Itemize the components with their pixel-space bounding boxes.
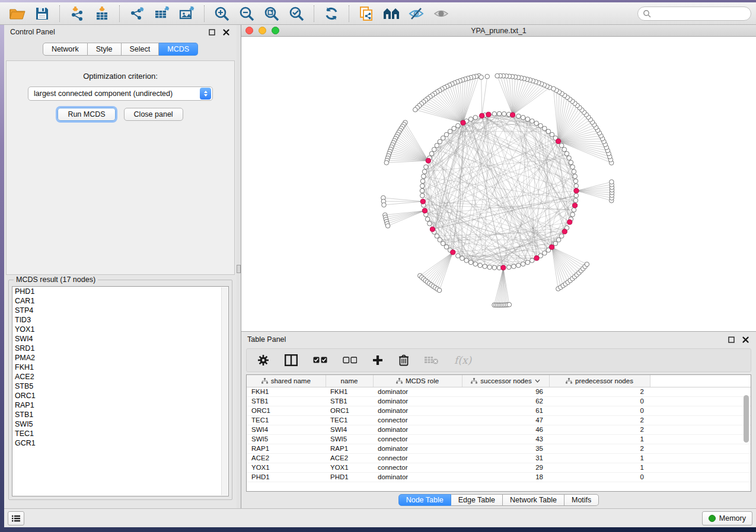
table-cell[interactable]: 47 (462, 415, 549, 425)
delete-column-icon[interactable] (398, 353, 409, 367)
table-cell[interactable]: PHD1 (326, 472, 373, 482)
column-view-icon[interactable] (285, 353, 298, 367)
graph-node[interactable] (420, 184, 425, 188)
graph-node[interactable] (573, 203, 578, 208)
graph-node[interactable] (550, 132, 554, 137)
mcds-result-item[interactable]: PHD1 (12, 287, 228, 296)
graph-node[interactable] (559, 143, 564, 148)
mcds-list-scrollbar[interactable] (221, 287, 228, 495)
table-cell[interactable]: 46 (462, 425, 549, 434)
table-row[interactable]: SWI5SWI5connector431 (247, 434, 751, 444)
export-table-icon[interactable] (153, 5, 171, 22)
graph-node[interactable] (534, 121, 539, 126)
table-cell[interactable]: dominator (373, 472, 462, 482)
graph-node[interactable] (456, 254, 461, 258)
column-header-predecessor-nodes[interactable]: predecessor nodes (549, 375, 650, 387)
graph-node[interactable] (585, 262, 589, 267)
graph-node[interactable] (567, 220, 572, 225)
graph-node[interactable] (420, 188, 425, 193)
table-cell[interactable]: SWI5 (326, 434, 373, 444)
graph-node[interactable] (570, 212, 575, 217)
table-cell[interactable]: 31 (462, 453, 549, 463)
table-cell[interactable]: 96 (462, 387, 549, 396)
graph-node[interactable] (441, 136, 445, 140)
zoom-in-icon[interactable] (213, 5, 231, 22)
graph-node[interactable] (510, 113, 515, 117)
optimization-criterion-select[interactable]: largest connected component (undirected) (28, 86, 213, 101)
table-row[interactable]: ACE2ACE2connector311 (247, 453, 751, 463)
tab-network[interactable]: Network (43, 43, 88, 56)
table-cell[interactable]: ORC1 (247, 406, 326, 415)
float-panel-icon[interactable] (207, 27, 216, 37)
graph-node[interactable] (420, 199, 425, 204)
graph-node[interactable] (479, 75, 484, 80)
graph-node[interactable] (451, 250, 455, 255)
graph-node[interactable] (492, 111, 497, 116)
table-cell[interactable]: dominator (373, 425, 462, 434)
table-cell[interactable]: YOX1 (326, 463, 373, 472)
network-canvas[interactable] (241, 37, 756, 331)
mcds-result-item[interactable]: YOX1 (12, 325, 228, 334)
table-row[interactable]: SWI4SWI4dominator462 (247, 425, 751, 434)
close-panel-button[interactable]: Close panel (124, 108, 183, 121)
table-cell[interactable]: dominator (373, 444, 462, 453)
graph-node[interactable] (574, 193, 579, 198)
graph-node[interactable] (425, 217, 430, 222)
import-table-icon[interactable] (93, 5, 111, 22)
mcds-result-item[interactable]: ORC1 (12, 391, 228, 400)
table-cell[interactable]: connector (373, 453, 462, 463)
graph-node[interactable] (530, 119, 535, 124)
graph-node[interactable] (444, 245, 449, 249)
tab-edge-table[interactable]: Edge Table (451, 494, 503, 506)
graph-node[interactable] (429, 152, 434, 156)
mcds-result-item[interactable]: STB1 (12, 410, 228, 419)
table-row[interactable]: RAP1RAP1dominator352 (247, 444, 751, 453)
graph-node[interactable] (424, 165, 429, 169)
graph-node[interactable] (525, 117, 530, 121)
graph-node[interactable] (432, 148, 436, 152)
mcds-result-item[interactable]: TEC1 (12, 429, 228, 438)
graph-node[interactable] (420, 193, 425, 198)
mcds-result-item[interactable]: STP4 (12, 306, 228, 315)
graph-node[interactable] (495, 73, 500, 78)
zoom-fit-icon[interactable] (263, 5, 280, 22)
graph-node[interactable] (422, 209, 427, 213)
table-cell[interactable]: connector (373, 434, 462, 444)
column-header-name[interactable]: name (326, 375, 373, 387)
table-cell[interactable]: 0 (549, 396, 650, 406)
graph-node[interactable] (473, 116, 478, 120)
graph-node[interactable] (385, 223, 390, 228)
table-row[interactable]: PHD1PHD1dominator180 (247, 472, 751, 482)
graph-node[interactable] (483, 264, 487, 269)
graph-node[interactable] (456, 123, 461, 128)
table-cell[interactable]: 2 (549, 415, 650, 425)
graph-node[interactable] (574, 184, 579, 188)
panel-splitter[interactable] (237, 25, 241, 508)
table-cell[interactable]: 43 (462, 434, 549, 444)
table-cell[interactable]: 62 (462, 396, 549, 406)
graph-node[interactable] (573, 179, 578, 184)
table-cell[interactable]: SWI5 (247, 434, 326, 444)
table-cell[interactable]: STB1 (326, 396, 373, 406)
mcds-result-item[interactable]: CAR1 (12, 296, 228, 306)
table-cell[interactable]: RAP1 (326, 444, 373, 453)
table-cell[interactable]: RAP1 (247, 444, 326, 453)
table-cell[interactable]: 35 (462, 444, 549, 453)
graph-node[interactable] (553, 241, 558, 246)
table-cell[interactable]: dominator (373, 396, 462, 406)
graph-node[interactable] (572, 169, 576, 174)
graph-node[interactable] (534, 256, 539, 261)
graph-node[interactable] (574, 188, 579, 193)
table-cell[interactable]: FKH1 (326, 387, 373, 396)
memory-button[interactable]: Memory (702, 511, 752, 525)
tab-mcds[interactable]: MCDS (159, 43, 198, 56)
table-cell[interactable]: 61 (462, 406, 549, 415)
graph-node[interactable] (384, 161, 389, 165)
network-from-selection-icon[interactable] (358, 5, 375, 22)
close-panel-icon[interactable] (221, 27, 231, 37)
run-mcds-button[interactable]: Run MCDS (58, 108, 115, 121)
table-cell[interactable]: connector (373, 415, 462, 425)
table-cell[interactable]: dominator (373, 387, 462, 396)
table-scrollbar[interactable] (743, 388, 749, 490)
table-row[interactable]: STB1STB1dominator620 (247, 396, 751, 406)
